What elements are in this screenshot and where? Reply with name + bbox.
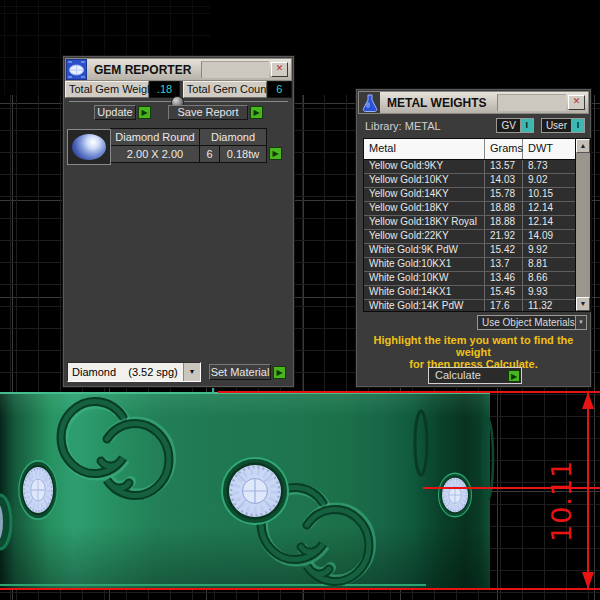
total-gem-weight-label: Total Gem Weight [65, 81, 149, 98]
gem-reporter-titlebar-grip [201, 61, 269, 78]
gem-count-cell: 6 [199, 145, 220, 163]
metal-table-row[interactable]: White Gold:10KW 13.46 8.66 [364, 272, 575, 286]
metal-table-row[interactable]: Yellow Gold:22KY 21.92 14.09 [364, 230, 575, 244]
metal-weights-icon [359, 92, 380, 113]
scroll-up-icon[interactable]: ▲ [576, 139, 590, 153]
gem-table-header-material: Diamond [199, 128, 267, 146]
calculate-play-icon[interactable]: ▶ [508, 370, 520, 382]
save-report-button[interactable]: Save Report [168, 105, 248, 120]
metal-table-row[interactable]: Yellow Gold:18KY 18.88 12.14 [364, 202, 575, 216]
user-label: User [542, 119, 571, 132]
dimension-ext-bottom [0, 588, 600, 590]
metal-table-row[interactable]: Yellow Gold:9KY 13.57 8.73 [364, 160, 575, 174]
metal-table-row[interactable]: White Gold:10KX1 13.7 8.81 [364, 258, 575, 272]
material-dropdown[interactable]: Diamond (3.52 spg) ▼ [67, 362, 201, 382]
gem-thumbnail-image [72, 134, 106, 160]
scroll-down-icon[interactable]: ▼ [576, 297, 590, 311]
gem-thumbnail[interactable] [67, 129, 111, 165]
use-object-materials-dropdown[interactable]: Use Object Materials ▼ [477, 315, 587, 330]
total-gem-count-label: Total Gem Count [183, 81, 267, 98]
dwt-header[interactable]: DWT [523, 139, 575, 159]
gem-weight-cell: 0.18tw [219, 145, 267, 163]
gv-label: GV [497, 119, 519, 132]
gv-indicator[interactable]: I [520, 119, 533, 132]
set-material-play-icon[interactable]: ▶ [273, 366, 286, 379]
metal-table-row[interactable]: Yellow Gold:10KY 14.03 9.02 [364, 174, 575, 188]
metal-table-row[interactable]: Yellow Gold:14KY 15.78 10.15 [364, 188, 575, 202]
use-object-materials-value: Use Object Materials [478, 316, 575, 329]
metal-table-row[interactable]: Yellow Gold:18KY Royal 18.88 12.14 [364, 216, 575, 230]
dimension-arrow-up [582, 392, 594, 409]
use-object-materials-arrow-icon[interactable]: ▼ [575, 316, 586, 329]
update-button[interactable]: Update [94, 105, 136, 120]
calculate-button[interactable]: Calculate ▶ [428, 367, 522, 384]
material-dropdown-arrow-icon[interactable]: ▼ [183, 363, 200, 381]
gem-table-header-shape: Diamond Round [110, 128, 200, 146]
dimension-arrow-down [582, 572, 594, 589]
gem-reporter-close-icon[interactable]: ✕ [271, 62, 288, 77]
ring-model[interactable] [0, 392, 490, 588]
update-play-icon[interactable]: ▶ [138, 106, 151, 119]
metal-table-row[interactable]: White Gold:14KX1 15.45 9.93 [364, 286, 575, 300]
gem-reporter-icon [66, 59, 87, 80]
dimension-line[interactable] [587, 392, 589, 589]
user-indicator[interactable]: I [571, 119, 584, 132]
save-report-play-icon[interactable]: ▶ [250, 106, 263, 119]
grams-header[interactable]: Grams [485, 139, 523, 159]
metal-table-row[interactable]: White Gold:9K PdW 15.42 9.92 [364, 244, 575, 258]
metal-header[interactable]: Metal [364, 139, 485, 159]
metal-table-row[interactable]: White Gold:14K PdW 17.6 11.32 [364, 300, 575, 311]
metal-weights-panel: METAL WEIGHTS ✕ Library: METAL GV I User… [355, 88, 592, 388]
metal-table-rows: Yellow Gold:9KY 13.57 8.73 Yellow Gold:1… [364, 160, 575, 311]
metal-weights-titlebar-grip [497, 94, 566, 111]
viewport: 10.11 GEM REPORTER ✕ Total Gem Weight .1… [0, 0, 600, 600]
user-toggle[interactable]: User I [541, 118, 585, 133]
instruction-line-1: Highlight the item you want to find the … [362, 334, 585, 358]
dimension-value[interactable]: 10.11 [546, 450, 577, 542]
gem-reporter-titlebar[interactable]: GEM REPORTER ✕ [65, 58, 292, 81]
metal-table: Metal Grams DWT Yellow Gold:9KY 13.57 8.… [363, 138, 591, 312]
material-dropdown-value: Diamond (3.52 spg) [68, 363, 183, 381]
instruction-text: Highlight the item you want to find the … [362, 334, 585, 370]
library-label: Library: METAL [365, 120, 489, 132]
metal-weights-titlebar[interactable]: METAL WEIGHTS ✕ [358, 91, 589, 114]
metal-weights-title: METAL WEIGHTS [380, 92, 493, 113]
total-gem-count-value: 6 [267, 81, 292, 98]
gem-table: Diamond Round Diamond 2.00 X 2.00 6 0.18… [67, 129, 282, 163]
scrollbar-track[interactable] [576, 153, 590, 297]
metal-table-header: Metal Grams DWT [364, 139, 575, 160]
calculate-label: Calculate [429, 369, 508, 382]
gem-size-cell: 2.00 X 2.00 [110, 145, 200, 163]
set-material-button[interactable]: Set Material [209, 364, 271, 380]
gem-reporter-panel: GEM REPORTER ✕ Total Gem Weight .18 Tota… [62, 55, 295, 388]
gv-toggle[interactable]: GV I [496, 118, 533, 133]
metal-weights-close-icon[interactable]: ✕ [568, 95, 585, 110]
gem-row-play-icon[interactable]: ▶ [269, 147, 282, 160]
dimension-ext-top [218, 391, 600, 393]
gem-reporter-title: GEM REPORTER [87, 59, 197, 80]
metal-table-scrollbar[interactable]: ▲ ▼ [575, 139, 590, 311]
